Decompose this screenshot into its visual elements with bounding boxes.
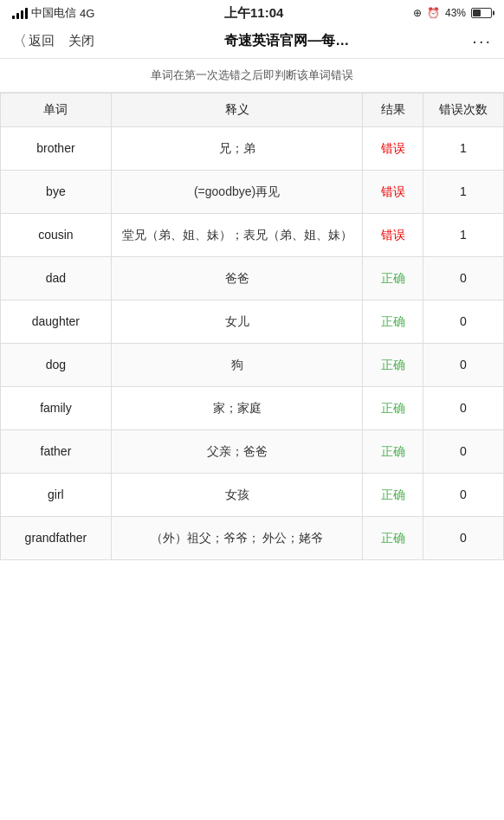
meaning-cell: (=goodbye)再见	[111, 171, 363, 214]
time-label: 上午11:04	[224, 5, 283, 22]
close-button[interactable]: 关闭	[68, 33, 94, 49]
table-header-row: 单词 释义 结果 错误次数	[1, 94, 504, 127]
word-cell: dad	[1, 257, 112, 300]
table-row: dad爸爸正确0	[1, 257, 504, 300]
meaning-cell: 堂兄（弟、姐、妹）；表兄（弟、姐、妹）	[111, 214, 363, 257]
carrier-label: 中国电信	[31, 5, 76, 21]
table-row: grandfather（外）祖父；爷爷； 外公；姥爷正确0	[1, 517, 504, 560]
result-cell: 正确	[363, 257, 423, 300]
word-cell: daughter	[1, 300, 112, 344]
meaning-cell: 父亲；爸爸	[111, 430, 363, 474]
meaning-cell: （外）祖父；爷爷； 外公；姥爷	[111, 517, 363, 560]
table-row: cousin堂兄（弟、姐、妹）；表兄（弟、姐、妹）错误1	[1, 214, 504, 257]
more-button[interactable]: ···	[472, 31, 492, 51]
word-cell: brother	[1, 127, 112, 171]
location-icon: ⊕	[413, 7, 422, 19]
meaning-cell: 爸爸	[111, 257, 363, 300]
errors-cell: 1	[423, 127, 504, 171]
col-header-word: 单词	[1, 94, 112, 127]
word-cell: girl	[1, 474, 112, 517]
word-cell: bye	[1, 171, 112, 214]
errors-cell: 0	[423, 387, 504, 430]
table-row: family家；家庭正确0	[1, 387, 504, 430]
back-label: 返回	[29, 33, 55, 49]
back-arrow-icon: 〈	[12, 31, 27, 51]
result-cell: 正确	[363, 387, 423, 430]
result-cell: 正确	[363, 300, 423, 344]
battery-icon	[471, 8, 492, 18]
errors-cell: 0	[423, 300, 504, 344]
result-cell: 正确	[363, 474, 423, 517]
status-right: ⊕ ⏰ 43%	[413, 7, 492, 19]
result-cell: 错误	[363, 171, 423, 214]
word-cell: father	[1, 430, 112, 474]
errors-cell: 0	[423, 430, 504, 474]
alarm-icon: ⏰	[427, 7, 440, 19]
result-cell: 正确	[363, 517, 423, 560]
errors-cell: 0	[423, 344, 504, 387]
table-row: bye(=goodbye)再见错误1	[1, 171, 504, 214]
result-cell: 正确	[363, 344, 423, 387]
meaning-cell: 女儿	[111, 300, 363, 344]
table-row: father父亲；爸爸正确0	[1, 430, 504, 474]
errors-cell: 0	[423, 474, 504, 517]
status-bar: 中国电信 4G 上午11:04 ⊕ ⏰ 43%	[0, 0, 504, 24]
errors-cell: 1	[423, 171, 504, 214]
table-row: girl女孩正确0	[1, 474, 504, 517]
signal-icon	[12, 7, 28, 19]
errors-cell: 0	[423, 257, 504, 300]
page-title: 奇速英语官网—每…	[108, 32, 465, 50]
subtitle-bar: 单词在第一次选错之后即判断该单词错误	[0, 59, 504, 93]
result-cell: 错误	[363, 127, 423, 171]
nav-bar: 〈 返回 关闭 奇速英语官网—每… ···	[0, 24, 504, 59]
battery-fill	[473, 10, 481, 16]
col-header-result: 结果	[363, 94, 423, 127]
meaning-cell: 狗	[111, 344, 363, 387]
word-cell: family	[1, 387, 112, 430]
errors-cell: 1	[423, 214, 504, 257]
result-cell: 正确	[363, 430, 423, 474]
meaning-cell: 家；家庭	[111, 387, 363, 430]
meaning-cell: 女孩	[111, 474, 363, 517]
subtitle-text: 单词在第一次选错之后即判断该单词错误	[151, 68, 353, 81]
network-label: 4G	[80, 7, 94, 20]
word-cell: dog	[1, 344, 112, 387]
back-button[interactable]: 〈 返回	[12, 31, 55, 51]
meaning-cell: 兄；弟	[111, 127, 363, 171]
word-cell: cousin	[1, 214, 112, 257]
battery-percent: 43%	[445, 7, 466, 19]
errors-cell: 0	[423, 517, 504, 560]
status-left: 中国电信 4G	[12, 5, 94, 21]
word-table: 单词 释义 结果 错误次数 brother兄；弟错误1bye(=goodbye)…	[0, 93, 504, 560]
result-cell: 错误	[363, 214, 423, 257]
table-row: dog狗正确0	[1, 344, 504, 387]
word-cell: grandfather	[1, 517, 112, 560]
table-row: brother兄；弟错误1	[1, 127, 504, 171]
table-row: daughter女儿正确0	[1, 300, 504, 344]
col-header-meaning: 释义	[111, 94, 363, 127]
col-header-errors: 错误次数	[423, 94, 504, 127]
